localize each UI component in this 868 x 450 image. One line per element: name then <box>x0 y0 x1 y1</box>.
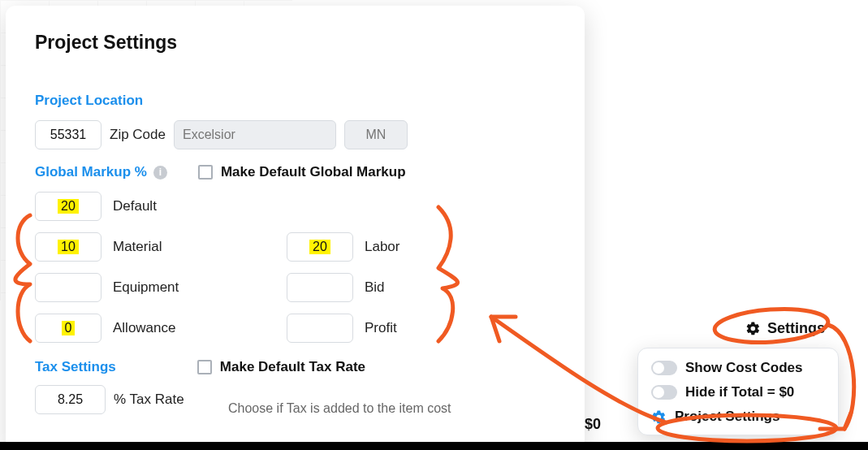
tax-rate-label: % Tax Rate <box>114 392 184 408</box>
section-tax-settings: Tax Settings <box>35 359 116 375</box>
modal-title: Project Settings <box>35 32 555 54</box>
markup-labor-label: Labor <box>365 239 399 255</box>
markup-material-label: Material <box>113 239 162 255</box>
make-default-markup-checkbox[interactable]: Make Default Global Markup <box>198 164 406 180</box>
info-icon[interactable]: i <box>153 166 167 180</box>
gear-icon <box>651 409 667 425</box>
markup-default-label: Default <box>113 198 157 214</box>
markup-default-input[interactable]: 20 <box>35 192 101 221</box>
tax-hint: Choose if Tax is added to the item cost <box>228 401 555 416</box>
city-input: Excelsior <box>174 120 336 149</box>
markup-equipment-label: Equipment <box>113 279 179 296</box>
state-input: MN <box>344 120 408 149</box>
tax-rate-input[interactable]: 8.25 <box>35 385 106 414</box>
toggle-show-cost-codes[interactable]: Show Cost Codes <box>651 360 825 376</box>
markup-profit-label: Profit <box>365 320 397 336</box>
section-global-markup: Global Markup % i <box>35 164 167 180</box>
toggle-hide-if-zero[interactable]: Hide if Total = $0 <box>651 384 825 400</box>
markup-labor-input[interactable]: 20 <box>287 232 353 262</box>
make-default-tax-checkbox[interactable]: Make Default Tax Rate <box>197 359 365 375</box>
markup-material-input[interactable]: 10 <box>35 232 101 262</box>
open-project-settings[interactable]: Project Settings <box>651 409 825 425</box>
section-project-location: Project Location <box>35 93 143 109</box>
settings-button[interactable]: Settings <box>739 317 831 340</box>
zip-label: Zip Code <box>110 127 166 143</box>
markup-bid-input[interactable] <box>287 273 353 302</box>
total-amount: $0 <box>585 416 601 433</box>
zip-input[interactable]: 55331 <box>35 120 101 149</box>
project-settings-modal: Project Settings Project Location 55331 … <box>6 6 585 450</box>
markup-equipment-input[interactable] <box>35 273 101 302</box>
settings-popover: Show Cost Codes Hide if Total = $0 Proje… <box>637 348 839 435</box>
markup-allowance-label: Allowance <box>113 320 176 336</box>
markup-bid-label: Bid <box>365 279 385 296</box>
markup-profit-input[interactable] <box>287 314 353 343</box>
markup-allowance-input[interactable]: 0 <box>35 314 101 343</box>
gear-icon <box>745 321 761 336</box>
